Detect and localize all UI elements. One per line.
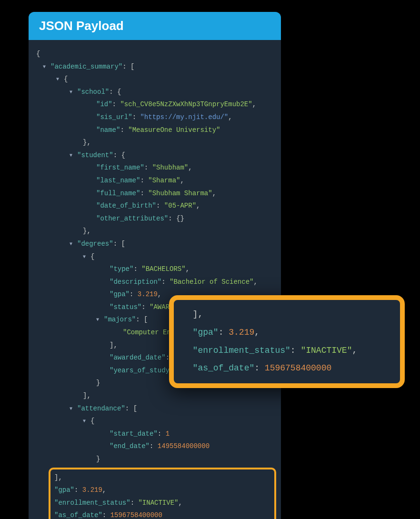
json-line: "end_date": 1495584000000 (31, 440, 276, 453)
json-line: ], (31, 389, 276, 402)
json-line: "degrees": [ (31, 238, 276, 250)
collapse-icon[interactable] (43, 62, 50, 71)
json-line: }, (31, 136, 276, 149)
json-content: { "academic_summary": [ { "school": { "i… (29, 40, 281, 519)
collapse-icon[interactable] (56, 75, 64, 84)
collapse-icon[interactable] (70, 88, 77, 97)
json-line: ], (54, 471, 270, 484)
json-line: "date_of_birth": "05-APR", (31, 200, 276, 212)
collapse-icon[interactable] (96, 315, 104, 324)
json-line: "description": "Bachelor of Science", (31, 276, 276, 289)
json-line: "other_attributes": {} (31, 212, 276, 225)
collapse-icon[interactable] (70, 404, 77, 413)
zoom-callout: ], "gpa": 3.219, "enrollment_status": "I… (169, 295, 405, 388)
json-line: "attendance": [ (31, 402, 276, 415)
collapse-icon[interactable] (70, 151, 77, 160)
json-line: { (31, 415, 276, 428)
json-line: ], (182, 306, 391, 324)
json-line: "school": { (31, 86, 276, 99)
json-line: "as_of_date": 1596758400000 (54, 509, 270, 519)
json-line: "start_date": 1 (31, 428, 276, 440)
json-line: "name": "MeasureOne University" (31, 124, 276, 137)
json-line: "gpa": 3.219, (54, 484, 270, 497)
json-line: { (31, 73, 276, 86)
highlight-region: ], "gpa": 3.219, "enrollment_status": "I… (49, 468, 276, 519)
json-line: { (31, 48, 276, 60)
json-line: "enrollment_status": "INACTIVE", (54, 497, 270, 509)
json-line: "full_name": "Shubham Sharma", (31, 187, 276, 200)
json-line: "academic_summary": [ (31, 60, 276, 73)
json-line: "id": "sch_CV8e5NzZXwXhNp3TGnpryEmub2E", (31, 98, 276, 111)
json-line: "last_name": "Sharma", (31, 174, 276, 187)
json-line: "as_of_date": 1596758400000 (182, 359, 391, 378)
json-line: "gpa": 3.219, (182, 324, 391, 342)
json-line: "enrollment_status": "INACTIVE", (182, 342, 391, 360)
json-panel: JSON Payload { "academic_summary": [ { "… (29, 12, 281, 519)
collapse-icon[interactable] (83, 417, 90, 426)
json-line: { (31, 250, 276, 263)
panel-title: JSON Payload (29, 12, 281, 40)
json-line: "first_name": "Shubham", (31, 161, 276, 174)
json-line: } (31, 453, 276, 466)
json-line: "type": "BACHELORS", (31, 263, 276, 276)
json-line: "student": { (31, 149, 276, 162)
json-line: }, (31, 225, 276, 238)
json-line: "sis_url": "https://my.njit.edu/", (31, 111, 276, 124)
collapse-icon[interactable] (70, 240, 77, 249)
collapse-icon[interactable] (83, 252, 90, 261)
